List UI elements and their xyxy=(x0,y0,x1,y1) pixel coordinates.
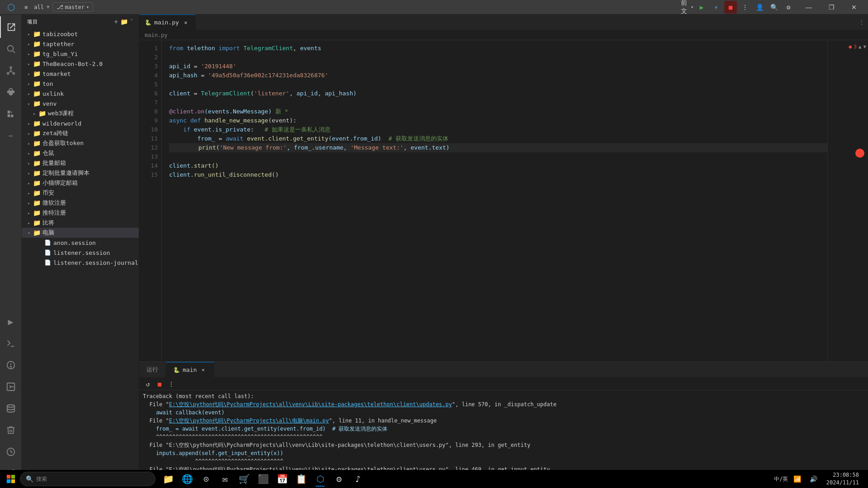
tab-main-py[interactable]: 🐍 main.py ✕ xyxy=(139,14,196,30)
panel-tab-run[interactable]: 运行 xyxy=(139,362,166,377)
activity-trash[interactable] xyxy=(0,419,22,441)
chevron-down-icon[interactable]: ▼ xyxy=(863,44,866,50)
sidebar-item-listener-session-journal[interactable]: 📄listener.session-journal xyxy=(22,258,139,267)
search-button[interactable]: 🔍 xyxy=(768,1,780,14)
tray-speaker[interactable]: 🔊 xyxy=(807,470,821,488)
code-editor[interactable]: 123456789101112131415 from telethon impo… xyxy=(139,40,868,361)
taskbar-app-calendar[interactable]: 📅 xyxy=(273,470,291,488)
sidebar-item-listener-session[interactable]: 📄listener.session xyxy=(22,248,139,258)
sidebar-item-ton[interactable]: ▸📁ton xyxy=(22,79,139,89)
activity-extensions[interactable] xyxy=(0,103,22,125)
taskbar-app-notes[interactable]: 📋 xyxy=(292,470,310,488)
code-line-2[interactable] xyxy=(169,53,827,62)
panel-more-button[interactable]: ⋮ xyxy=(166,379,176,389)
taskbar-app-music[interactable]: ♪ xyxy=(349,470,367,488)
taskbar-app-settings[interactable]: ⚙ xyxy=(330,470,348,488)
code-line-14[interactable]: client.start() xyxy=(169,161,827,170)
taskbar-app-mail[interactable]: ✉ xyxy=(216,470,234,488)
taskbar-app-pycharm[interactable]: ⬡ xyxy=(311,470,329,488)
branch-button[interactable]: ⎇ master ▾ xyxy=(52,2,93,12)
code-line-6[interactable]: client = TelegramClient('listener', api_… xyxy=(169,89,827,98)
taskbar-app-terminal[interactable]: ⬛ xyxy=(254,470,272,488)
activity-git[interactable] xyxy=(0,60,22,81)
breadcrumb-item[interactable]: main.py xyxy=(145,32,168,38)
activity-search[interactable] xyxy=(0,38,22,60)
code-line-11[interactable]: from_ = await event.client.get_entity(ev… xyxy=(169,134,827,143)
traceback-path[interactable]: E:\空投\python代码\PycharmProjects\all\venv\… xyxy=(169,401,452,408)
sidebar-item-dianlu[interactable]: ▾📁电脑 xyxy=(22,228,139,238)
sidebar-item-anon-session[interactable]: 📄anon.session xyxy=(22,238,139,248)
taskbar-search[interactable]: 🔍 搜索 xyxy=(20,472,156,486)
sidebar-item-small-batch[interactable]: ▸📁小猫绑定邮箱 xyxy=(22,178,139,188)
sidebar-item-uxlink[interactable]: ▸📁uxlink xyxy=(22,89,139,99)
tab-actions[interactable]: ⋮ xyxy=(855,14,868,30)
sidebar-item-coin-safe[interactable]: ▸📁币安 xyxy=(22,188,139,198)
activity-debug[interactable] xyxy=(0,81,22,103)
panel-tab-main[interactable]: 🐍 main ✕ xyxy=(166,362,214,377)
main-tab-close[interactable]: ✕ xyxy=(199,366,207,374)
code-line-13[interactable] xyxy=(169,152,827,161)
sidebar-item-tomarket[interactable]: ▸📁tomarket xyxy=(22,69,139,79)
sidebar-item-twitter-register[interactable]: ▸📁推特注册 xyxy=(22,208,139,218)
chevron-up-icon[interactable]: ▲ xyxy=(859,44,862,50)
sidebar-item-micro-pay[interactable]: ▸📁微软注册 xyxy=(22,198,139,208)
taskbar-app-store[interactable]: 🛒 xyxy=(235,470,253,488)
start-button[interactable] xyxy=(2,470,20,488)
sidebar-item-thebeacon-bot[interactable]: ▸📁TheBeacon-Bot-2.0 xyxy=(22,59,139,69)
run-button[interactable]: ▶ xyxy=(695,1,708,14)
restart-button[interactable]: ↺ xyxy=(143,379,153,389)
tray-network[interactable]: 📶 xyxy=(790,470,805,488)
new-file-icon[interactable]: + xyxy=(114,18,118,25)
code-line-5[interactable] xyxy=(169,80,827,89)
debug-button[interactable]: ⚡ xyxy=(710,1,722,14)
activity-explorer[interactable] xyxy=(0,16,22,38)
stop-run-button[interactable]: ■ xyxy=(155,379,165,389)
app-logo[interactable]: ⬡ xyxy=(4,0,18,14)
code-content[interactable]: from telethon import TelegramClient, eve… xyxy=(162,40,827,361)
sidebar-item-web3course[interactable]: ▸📁web3课程 xyxy=(22,108,139,118)
code-line-1[interactable]: from telethon import TelegramClient, eve… xyxy=(169,44,827,53)
sidebar-item-biqiang[interactable]: ▸📁比将 xyxy=(22,218,139,228)
traceback-path[interactable]: E:\空投\python代码\PycharmProjects\all\电脑\ma… xyxy=(169,418,329,424)
error-indicator[interactable] xyxy=(855,149,864,158)
current-file-button[interactable]: 当前文件 ▾ xyxy=(681,1,693,14)
activity-more[interactable]: ⋯ xyxy=(0,125,22,146)
activity-database[interactable] xyxy=(0,398,22,419)
sidebar-item-claim-token[interactable]: ▸📁合盈获取token xyxy=(22,138,139,148)
code-line-4[interactable]: api_hash = '49a5d50af36e002c174231eda832… xyxy=(169,71,827,80)
tray-clock[interactable]: 23:08:58 2024/11/11 xyxy=(823,471,863,487)
sidebar-item-batch-email[interactable]: ▸📁批量邮箱 xyxy=(22,158,139,168)
tray-language[interactable]: 中/英 xyxy=(774,470,788,488)
activity-run[interactable]: ▶ xyxy=(0,311,22,333)
activity-terminal[interactable] xyxy=(0,333,22,354)
code-line-9[interactable]: async def handle_new_message(event): xyxy=(169,116,827,125)
sidebar-item-venv[interactable]: ▸📁venv xyxy=(22,99,139,108)
code-line-8[interactable]: @client.on(events.NewMessage) 新 * xyxy=(169,107,827,116)
sidebar-item-tg_blum_yi[interactable]: ▸📁tg_blum_Yi xyxy=(22,49,139,59)
sidebar-item-cang[interactable]: ▸📁仓鼠 xyxy=(22,148,139,158)
sidebar-item-wilderworld[interactable]: ▸📁wilderworld xyxy=(22,118,139,128)
code-line-12[interactable]: print('New message from:', from_.usernam… xyxy=(169,143,827,152)
taskbar-app-chrome[interactable]: ⊙ xyxy=(197,470,215,488)
more-options-button[interactable]: ⋮ xyxy=(739,1,751,14)
collapse-icon[interactable]: ⌃ xyxy=(130,18,133,25)
tab-close-button[interactable]: ✕ xyxy=(182,19,190,27)
menu-item[interactable]: ≡ xyxy=(21,2,31,12)
code-line-10[interactable]: if event.is_private: # 如果这是一条私人消息 xyxy=(169,125,827,134)
code-line-3[interactable]: api_id = '20191448' xyxy=(169,62,827,71)
sidebar-item-scheduled-batch[interactable]: ▸📁定制批量邀请脚本 xyxy=(22,168,139,178)
sidebar-item-tabizoobot[interactable]: ▸📁tabizoobot xyxy=(22,29,139,39)
new-folder-icon[interactable]: 📁 xyxy=(120,18,128,25)
settings-button[interactable]: ⚙ xyxy=(782,1,795,14)
taskbar-app-edge[interactable]: 🌐 xyxy=(178,470,196,488)
minimize-button[interactable]: — xyxy=(798,0,819,14)
sidebar-item-zeta-bridging[interactable]: ▸📁zeta跨链 xyxy=(22,128,139,138)
close-button[interactable]: ✕ xyxy=(844,0,864,14)
taskbar-app-files[interactable]: 📁 xyxy=(159,470,177,488)
code-line-7[interactable] xyxy=(169,98,827,107)
maximize-button[interactable]: ❐ xyxy=(821,0,842,14)
activity-problems[interactable] xyxy=(0,354,22,376)
sidebar-item-taptether[interactable]: ▸📁taptether xyxy=(22,39,139,49)
activity-output[interactable] xyxy=(0,376,22,398)
add-user-button[interactable]: 👤 xyxy=(753,1,766,14)
